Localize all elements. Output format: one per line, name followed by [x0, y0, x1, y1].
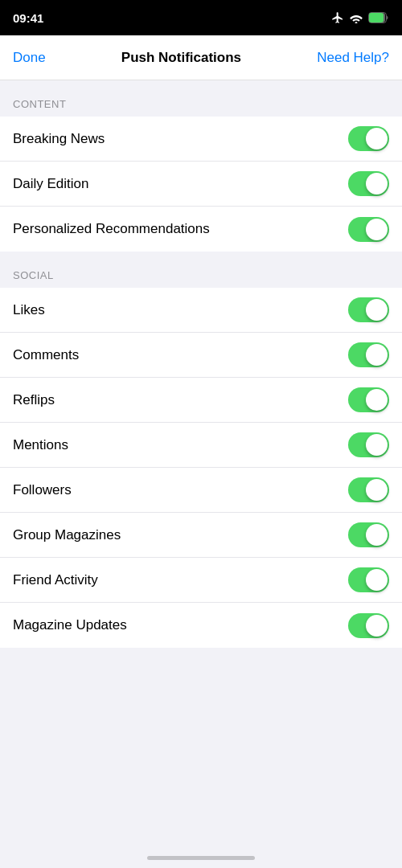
toggle-thumb: [366, 615, 388, 637]
nav-title: Push Notifications: [121, 50, 241, 66]
toggle-thumb: [366, 569, 388, 591]
list-item: Group Magazines: [0, 513, 402, 558]
svg-rect-2: [369, 13, 384, 23]
personalized-recommendations-label: Personalized Recommendations: [13, 221, 210, 237]
breaking-news-toggle[interactable]: [348, 126, 389, 151]
need-help-button[interactable]: Need Help?: [317, 50, 389, 66]
reflips-toggle[interactable]: [348, 387, 389, 412]
toggle-thumb: [366, 434, 388, 456]
followers-label: Followers: [13, 482, 72, 498]
toggle-thumb: [366, 524, 388, 546]
status-icons: [331, 11, 389, 24]
list-item: Likes: [0, 288, 402, 333]
mentions-toggle[interactable]: [348, 432, 389, 457]
daily-edition-label: Daily Edition: [13, 176, 89, 192]
toggle-thumb: [366, 389, 388, 411]
toggle-thumb: [366, 479, 388, 501]
done-button[interactable]: Done: [13, 50, 46, 66]
friend-activity-toggle[interactable]: [348, 567, 389, 592]
toggle-thumb: [366, 299, 388, 321]
content-section: Breaking News Daily Edition Personalized…: [0, 117, 402, 252]
list-item: Daily Edition: [0, 162, 402, 207]
list-item: Comments: [0, 333, 402, 378]
toggle-thumb: [366, 128, 388, 149]
list-item: Mentions: [0, 423, 402, 468]
likes-label: Likes: [13, 302, 45, 318]
comments-label: Comments: [13, 347, 79, 363]
comments-toggle[interactable]: [348, 342, 389, 367]
reflips-label: Reflips: [13, 392, 55, 408]
followers-toggle[interactable]: [348, 477, 389, 502]
social-section-header: SOCIAL: [0, 252, 402, 288]
daily-edition-toggle[interactable]: [348, 171, 389, 196]
list-item: Friend Activity: [0, 558, 402, 603]
likes-toggle[interactable]: [348, 297, 389, 322]
list-item: Magazine Updates: [0, 603, 402, 648]
breaking-news-label: Breaking News: [13, 131, 105, 147]
content-section-header: CONTENT: [0, 80, 402, 117]
home-indicator: [147, 856, 255, 860]
group-magazines-label: Group Magazines: [13, 527, 121, 543]
magazine-updates-toggle[interactable]: [348, 613, 389, 638]
battery-icon: [368, 12, 389, 23]
wifi-icon: [349, 12, 363, 23]
friend-activity-label: Friend Activity: [13, 572, 98, 588]
magazine-updates-label: Magazine Updates: [13, 617, 127, 633]
group-magazines-toggle[interactable]: [348, 522, 389, 547]
list-item: Reflips: [0, 378, 402, 423]
list-item: Followers: [0, 468, 402, 513]
status-bar: 09:41: [0, 0, 402, 35]
personalized-recommendations-toggle[interactable]: [348, 217, 389, 242]
status-time: 09:41: [13, 11, 43, 25]
toggle-thumb: [366, 173, 388, 194]
social-section: Likes Comments Reflips Mentions Follower…: [0, 288, 402, 648]
list-item: Personalized Recommendations: [0, 207, 402, 252]
toggle-thumb: [366, 219, 388, 240]
toggle-thumb: [366, 344, 388, 366]
mentions-label: Mentions: [13, 437, 68, 453]
nav-bar: Done Push Notifications Need Help?: [0, 35, 402, 80]
airplane-icon: [331, 11, 344, 24]
list-item: Breaking News: [0, 117, 402, 162]
